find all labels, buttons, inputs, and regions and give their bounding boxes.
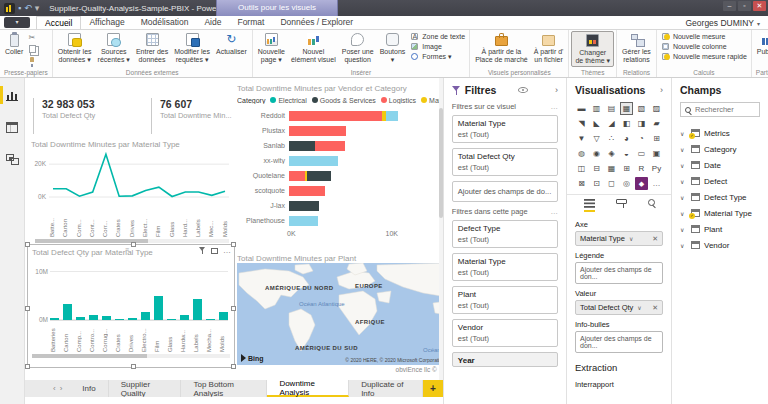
resize-handle[interactable] xyxy=(131,364,136,369)
visual-filter-icon[interactable] xyxy=(199,247,206,254)
expand-chevron-icon[interactable]: ∨ xyxy=(680,194,687,201)
qat-dropdown-icon[interactable]: ▾ xyxy=(35,3,40,13)
model-view-button[interactable] xyxy=(0,150,25,168)
map-downtime-by-plant[interactable]: Total Downtime Minutes par Plant xyxy=(237,254,447,370)
tab-format[interactable] xyxy=(616,199,627,212)
field-table-defect[interactable]: ∨Defect xyxy=(680,173,760,189)
field-table-vendor[interactable]: ∨Vendor xyxy=(680,237,760,253)
column-chart-defect-by-material[interactable]: ≡ … Total Defect Qty par Material Type 0… xyxy=(27,244,235,368)
section-options-icon[interactable]: … xyxy=(551,102,559,111)
ribbon-button-à-partir-de-la[interactable]: À partir de la Place de marché xyxy=(472,31,531,65)
column-bar[interactable] xyxy=(76,317,85,320)
undo-icon[interactable]: ↶ xyxy=(24,3,32,13)
legend-item-logistics[interactable]: Logistics xyxy=(381,97,416,104)
filter-card-vendor[interactable]: Vendorest (Tout) xyxy=(452,319,558,347)
key-influencers-icon[interactable]: ⊠ xyxy=(575,177,588,190)
maximize-button[interactable]: ▫ xyxy=(738,1,751,11)
resize-handle[interactable] xyxy=(25,364,30,369)
resize-handle[interactable] xyxy=(25,242,30,247)
resize-handle[interactable] xyxy=(131,242,136,247)
collapse-filters-icon[interactable]: › xyxy=(555,85,558,95)
vendor-bar-row[interactable]: J-lax xyxy=(237,198,447,213)
report-page[interactable]: 32 983 053 Total Defect Qty 76 607 Total… xyxy=(25,78,443,380)
menu-tab-aide[interactable]: Aide xyxy=(196,16,229,29)
custom-visual-icon[interactable]: ◆ xyxy=(635,177,648,190)
section-options-icon[interactable]: … xyxy=(551,207,559,216)
funnel-chart-icon[interactable]: ▽ xyxy=(590,132,603,145)
table-icon[interactable]: ▦ xyxy=(605,162,618,175)
matrix-icon[interactable]: ⊞ xyxy=(620,162,633,175)
kpi-icon[interactable]: ◫ xyxy=(575,162,588,175)
tab-fields[interactable] xyxy=(584,199,595,212)
vendor-bar-row[interactable]: Planethouse xyxy=(237,213,447,228)
legend-item-goods-services[interactable]: Goods & Services xyxy=(312,97,376,104)
resize-handle[interactable] xyxy=(25,306,30,311)
ribbon-button-poser-une[interactable]: Poser une question xyxy=(339,31,377,65)
ribbon-button-nouvelle[interactable]: Nouvelle page ▾ xyxy=(255,31,288,65)
ribbon-button-coller[interactable]: Coller xyxy=(2,31,26,57)
100-stacked-bar-chart-icon[interactable]: ▧ xyxy=(635,102,648,115)
minimize-button[interactable]: – xyxy=(723,1,736,11)
page-tab-duplicate-of-info[interactable]: Duplicate of Info xyxy=(349,380,423,397)
ribbon-button-sources[interactable]: Sources récentes ▾ xyxy=(95,31,133,65)
menu-tab-donn-es-explorer[interactable]: Données / Explorer xyxy=(272,16,361,29)
chip-dropdown-icon[interactable]: ∨ xyxy=(637,304,641,311)
column-bar[interactable] xyxy=(193,299,202,320)
clustered-bar-chart-icon[interactable]: ▤ xyxy=(605,102,618,115)
menu-tab-format[interactable]: Format xyxy=(229,16,272,29)
collapse-visualizations-icon[interactable]: › xyxy=(660,85,663,95)
menu-tab-affichage[interactable]: Affichage xyxy=(81,16,132,29)
ribbon-button-gérer-les[interactable]: Gérer les relations xyxy=(619,31,654,65)
filter-card-material-type[interactable]: Material Typeest (Tout) xyxy=(452,253,558,281)
kpi-total-defect-qty[interactable]: 32 983 053 Total Defect Qty xyxy=(33,98,145,134)
field-table-category[interactable]: ∨Category xyxy=(680,141,760,157)
ribbon-button-nouvelle-mesure[interactable]: Nouvelle mesure xyxy=(661,32,747,41)
area-chart-icon[interactable]: ◣ xyxy=(590,117,603,130)
page-tab-top-bottom-analysis[interactable]: Top Bottom Analysis xyxy=(181,380,267,397)
column-bar[interactable] xyxy=(206,319,215,321)
eye-icon[interactable] xyxy=(518,87,528,93)
vendor-bar-row[interactable]: scotquote xyxy=(237,183,447,198)
file-menu-button[interactable]: ▾ xyxy=(4,17,30,28)
filter-card-plant[interactable]: Plantest (Tout) xyxy=(452,286,558,314)
data-view-button[interactable] xyxy=(0,118,25,136)
stacked-area-chart-icon[interactable]: ◢ xyxy=(605,117,618,130)
close-button[interactable]: ✕ xyxy=(753,1,766,11)
shape-map-icon[interactable]: ◈ xyxy=(605,147,618,160)
line-chart-icon[interactable]: ◥ xyxy=(575,117,588,130)
field-table-material-type[interactable]: ∨✓Material Type xyxy=(680,205,760,221)
column-bar[interactable] xyxy=(102,316,111,320)
column-bar[interactable] xyxy=(115,319,124,321)
column-bar[interactable] xyxy=(128,318,137,320)
field-table-date[interactable]: ∨Date xyxy=(680,157,760,173)
ribbon-button-boutons[interactable]: Boutons ▾ xyxy=(377,31,409,65)
decomposition-tree-icon[interactable]: ⊡ xyxy=(590,177,603,190)
ribbon-button-obtenir-les[interactable]: Obtenir les données ▾ xyxy=(55,31,95,65)
filter-card-total-defect-qty[interactable]: Total Defect Qtyest (Tout) xyxy=(452,148,558,176)
ribbon-button-formes-[interactable]: Formes ▾ xyxy=(410,52,465,61)
resize-handle[interactable] xyxy=(231,242,236,247)
filled-map-icon[interactable]: ◉ xyxy=(590,147,603,160)
ribbon-button-modifier-les[interactable]: Modifier les requêtes ▾ xyxy=(171,31,213,65)
waterfall-chart-icon[interactable]: ▼ xyxy=(575,132,588,145)
new-page-button[interactable]: + xyxy=(423,380,443,397)
r-script-visual-icon[interactable]: R xyxy=(635,162,648,175)
more-visuals-icon[interactable]: … xyxy=(650,177,663,190)
scrollbar-thumb[interactable] xyxy=(32,354,147,358)
multi-row-card-icon[interactable]: ▣ xyxy=(650,147,663,160)
vendor-bar-row[interactable]: Sanlab xyxy=(237,138,447,153)
page-tab-downtime-analysis[interactable]: Downtime Analysis xyxy=(267,380,349,397)
resize-handle[interactable] xyxy=(231,306,236,311)
clustered-column-chart-icon[interactable]: ▦ xyxy=(620,102,633,115)
more-options-icon[interactable]: … xyxy=(223,248,231,254)
filter-card-year[interactable]: Yearest 2014 xyxy=(452,352,558,367)
brush-icon[interactable] xyxy=(27,55,36,64)
scatter-chart-icon[interactable]: ∴ xyxy=(605,132,618,145)
ribbon-button-zone-de-texte[interactable]: Zone de texte xyxy=(410,32,465,41)
column-bar[interactable] xyxy=(141,312,150,320)
chip-remove-icon[interactable]: ✕ xyxy=(652,235,658,243)
field-table-plant[interactable]: ∨Plant xyxy=(680,221,760,237)
chart-legend[interactable]: CategoryElectricalGoods & ServicesLogist… xyxy=(237,96,447,104)
well-placeholder[interactable]: Ajouter des champs de don... xyxy=(575,331,663,353)
slicer-icon[interactable]: ⊟ xyxy=(590,162,603,175)
